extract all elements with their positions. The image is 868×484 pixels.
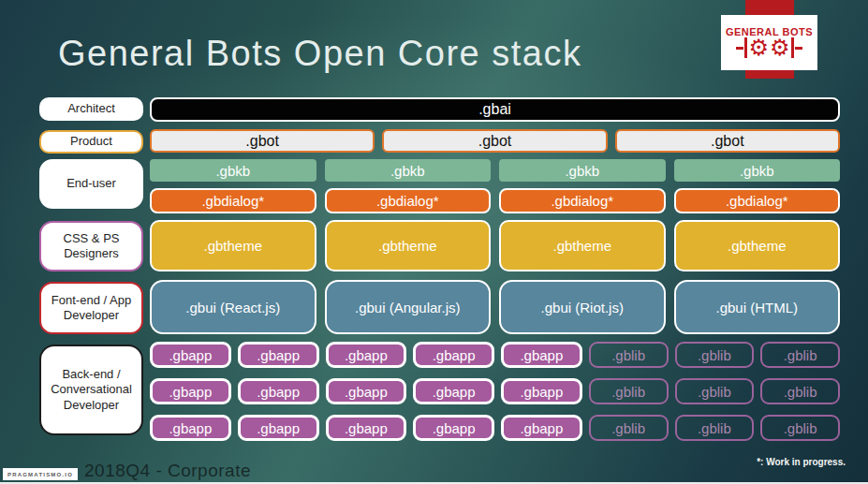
row-gbdialog: .gbdialog* .gbdialog* .gbdialog* .gbdial… bbox=[150, 188, 840, 213]
stack-box-gbkb: .gbkb bbox=[674, 159, 841, 182]
stack-box-gbot: .gbot bbox=[615, 129, 840, 153]
stack-box-gbapp: .gbapp bbox=[150, 342, 231, 368]
row-backend-3: .gbapp .gbapp .gbapp .gbapp .gbapp .gbli… bbox=[150, 415, 840, 441]
stack-box-gbapp: .gbapp bbox=[501, 415, 582, 441]
stack-box-gbkb: .gbkb bbox=[150, 159, 316, 182]
row-gbai: .gbai bbox=[150, 97, 840, 122]
role-label-end-user: End-user bbox=[39, 159, 143, 209]
row-gbtheme: .gbtheme .gbtheme .gbtheme .gbtheme bbox=[150, 220, 840, 271]
gear-icon: ⚙ bbox=[748, 37, 769, 59]
stack-box-gbdialog: .gbdialog* bbox=[499, 188, 666, 213]
logo-left-line bbox=[736, 47, 743, 50]
stack-box-gbkb: .gbkb bbox=[499, 159, 666, 182]
row-gbkb: .gbkb .gbkb .gbkb .gbkb bbox=[150, 159, 840, 182]
stack-box-gbapp: .gbapp bbox=[326, 378, 407, 404]
stack-box-gbapp: .gbapp bbox=[501, 378, 582, 404]
logo-gears: ⚙ ⚙ bbox=[736, 37, 802, 59]
page-title: General Bots Open Core stack bbox=[58, 34, 581, 74]
stack-box-gblib: .gblib bbox=[675, 342, 755, 368]
stack-box-gblib: .gblib bbox=[589, 342, 669, 368]
stack-box-gbai: .gbai bbox=[150, 97, 840, 122]
work-in-progress-note: *: Work in progress. bbox=[757, 457, 846, 467]
row-gbot: .gbot .gbot .gbot bbox=[150, 129, 840, 153]
stack-box-gbapp: .gbapp bbox=[326, 342, 407, 368]
stack-box-gblib: .gblib bbox=[589, 415, 669, 441]
role-label-architect: Architect bbox=[39, 97, 143, 121]
stack-box-gbapp: .gbapp bbox=[238, 415, 319, 441]
stack-box-gbtheme: .gbtheme bbox=[325, 220, 492, 271]
stack-box-gblib: .gblib bbox=[675, 378, 755, 404]
gear-icon: ⚙ bbox=[770, 37, 790, 59]
stack-box-gbapp: .gbapp bbox=[238, 342, 319, 368]
row-gbui: .gbui (React.js) .gbui (Angular.js) .gbu… bbox=[150, 280, 840, 334]
stack-box-gbapp: .gbapp bbox=[501, 342, 582, 368]
stack-box-gbapp: .gbapp bbox=[413, 342, 494, 368]
stack-box-gbapp: .gbapp bbox=[150, 378, 231, 404]
role-label-product: Product bbox=[39, 130, 143, 154]
row-backend-2: .gbapp .gbapp .gbapp .gbapp .gbapp .gbli… bbox=[150, 378, 840, 404]
stack-box-gbapp: .gbapp bbox=[238, 378, 319, 404]
stack-box-gbui-react: .gbui (React.js) bbox=[150, 280, 316, 334]
stack-box-gbapp: .gbapp bbox=[326, 415, 407, 441]
stack-box-gbapp: .gbapp bbox=[413, 415, 494, 441]
role-label-designers: CSS & PS Designers bbox=[39, 221, 143, 271]
stack-box-gbdialog: .gbdialog* bbox=[325, 188, 492, 213]
stack-box-gbui-riot: .gbui (Riot.js) bbox=[499, 280, 666, 334]
stack-box-gbtheme: .gbtheme bbox=[499, 220, 666, 271]
logo-right-bar bbox=[791, 37, 794, 58]
stack-box-gbot: .gbot bbox=[150, 129, 375, 153]
row-backend-1: .gbapp .gbapp .gbapp .gbapp .gbapp .gbli… bbox=[150, 342, 840, 368]
stack-box-gblib: .gblib bbox=[589, 378, 669, 404]
role-label-backend-developer: Back-end / Conversational Developer bbox=[39, 345, 143, 435]
stack-box-gblib: .gblib bbox=[675, 415, 755, 441]
logo-right-line bbox=[795, 47, 802, 50]
stack-box-gbdialog: .gbdialog* bbox=[150, 188, 316, 213]
slide-canvas: General Bots Open Core stack GENERAL BOT… bbox=[0, 0, 868, 484]
general-bots-logo: GENERAL BOTS ⚙ ⚙ bbox=[721, 15, 817, 70]
stack-box-gbot: .gbot bbox=[382, 129, 607, 153]
pragmatismo-logo: PRAGMATISMO.IO bbox=[3, 468, 78, 480]
role-label-frontend-developer: Font-end / App Developer bbox=[39, 282, 143, 334]
slide-footer-label: 2018Q4 - Corporate bbox=[84, 461, 251, 481]
stack-box-gbkb: .gbkb bbox=[325, 159, 492, 182]
stack-box-gbtheme: .gbtheme bbox=[674, 220, 841, 271]
stack-box-gbapp: .gbapp bbox=[413, 378, 494, 404]
stack-box-gblib: .gblib bbox=[760, 378, 840, 404]
stack-box-gblib: .gblib bbox=[760, 415, 840, 441]
logo-left-bar bbox=[744, 37, 747, 58]
stack-box-gbtheme: .gbtheme bbox=[150, 220, 316, 271]
stack-box-gblib: .gblib bbox=[760, 342, 840, 368]
stack-box-gbdialog: .gbdialog* bbox=[674, 188, 841, 213]
stack-box-gbui-html: .gbui (HTML) bbox=[674, 280, 841, 334]
stack-box-gbapp: .gbapp bbox=[150, 415, 231, 441]
stack-box-gbui-angular: .gbui (Angular.js) bbox=[325, 280, 492, 334]
